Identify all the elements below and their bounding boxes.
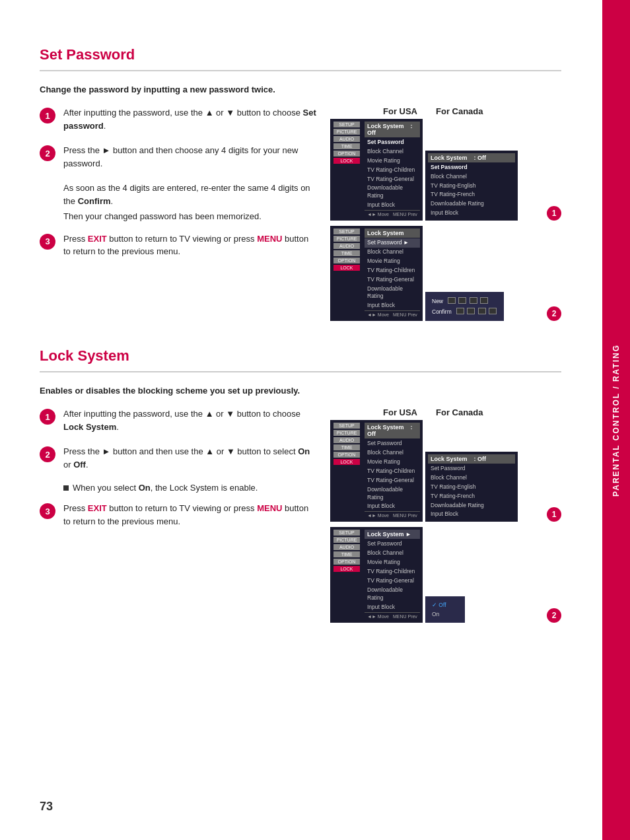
off-option: ✓ Off [429,600,461,610]
step2-circle: 2 [40,145,55,161]
pwd-box2 [458,297,466,304]
ls-input-block2: Input Block [365,603,420,612]
set-password-section: Set Password Change the password by inpu… [40,46,561,321]
set-password-step2: 2 Press the ► button and then choose any… [40,144,317,170]
ls-footer-text1: ◄► Move [367,513,389,518]
on-option: On [429,610,461,619]
ls-input-block1: Input Block [365,502,420,511]
confirm-box4 [489,308,497,314]
ls-usa-footer1: ◄► Move MENU Prev [365,511,420,519]
setup-icon2: SETUP [333,228,360,234]
on-off-panel: ✓ Off On [425,596,465,623]
set-password-body: 1 After inputting the password, use the … [40,106,561,321]
ls-badge2: 2 [547,608,561,623]
ls-footer-prev1: MENU Prev [393,513,417,518]
ls-setup-icon: SETUP [333,423,360,429]
tv-rating-general2: TV Rating-General [365,275,420,285]
ls-usa-menu1: Lock System : Off Set Password Block Cha… [365,423,420,511]
lock-system-body: 1 After inputting the password, use the … [40,407,561,622]
sp-badge1: 1 [547,206,561,221]
sp-badge2: 2 [547,306,561,321]
tv-rating-general1: TV Rating-General [365,175,420,184]
ls-for-usa-label1: For USA [383,407,417,417]
lock-system-step1: 1 After inputting the password, use the … [40,407,317,433]
lock-system-screenshots: For USA For Canada SETUP PICTURE AUDIO T… [330,407,561,622]
ca-downloadable-rating1: Downloadable Rating [428,199,515,209]
picture-icon2: PICTURE [333,236,360,242]
ls-picture-icon2: PICTURE [333,537,360,543]
ls-ca-tv-french1: TV Rating-French [428,492,515,501]
ca-input-block1: Input Block [428,209,515,218]
menu-label: MENU [257,234,282,244]
ls-ca-input-block1: Input Block [428,510,515,519]
set-password-divider [40,70,561,71]
ls-usa-screen1: SETUP PICTURE AUDIO TIME OPTION LOCK Loc… [330,420,423,522]
new-boxes [447,297,489,305]
ls-option-icon: OPTION [333,452,360,458]
ls-set-password1: Set Password [365,439,420,448]
ls-time-icon2: TIME [333,551,360,557]
password-panel: New Confirm [425,292,504,321]
ls-audio-icon2: AUDIO [333,544,360,550]
ls-tv-general2: TV Rating-General [365,577,420,586]
set-password-step1: 1 After inputting the password, use the … [40,106,317,132]
step1-text: After inputting the password, use the ▲ … [63,106,317,132]
ls-bullet: When you select On, the Lock System is e… [63,483,317,493]
ls-step2-circle: 2 [40,446,55,462]
lock-system-header1: Lock System : Off [365,122,420,137]
new-label: New [432,298,443,304]
ls-step3-text: Press EXIT button to return to TV viewin… [63,502,317,528]
confirm-box3 [478,308,486,314]
sp-usa-sidebar1: SETUP PICTURE AUDIO TIME OPTION LOCK [332,122,362,164]
sp-usa-footer1: ◄► Move MENU Prev [365,210,420,218]
lock-system-step3: 3 Press EXIT button to return to TV view… [40,502,317,528]
ls-set-password2: Set Password [365,540,420,549]
input-block1: Input Block [365,201,420,210]
lock-system-header2: Lock System [365,228,420,238]
tv-rating-children2: TV Rating-Children [365,266,420,275]
ls-tv-children1: TV Rating-Children [365,467,420,476]
set-password-screenshots: For USA For Canada SETUP PICTURE AUDIO T… [330,106,561,321]
for-usa-label1: For USA [383,106,417,116]
footer-text2: ◄► Move [367,312,389,317]
step1-circle: 1 [40,108,55,123]
lock-system-step2: 2 Press the ► button and then use the ▲ … [40,445,317,471]
ls-footer-text2: ◄► Move [367,614,389,619]
ls-time-icon: TIME [333,444,360,450]
set-password-step3: 3 Press EXIT button to return to TV view… [40,232,317,258]
ls-ca-set-password1: Set Password [428,464,515,473]
time-icon: TIME [333,143,360,149]
lock-system-title: Lock System [40,347,561,365]
sp-usa-menu2: Lock System Set Password ► Block Channel… [365,228,420,310]
ls-ca-block-channel1: Block Channel [428,473,515,483]
ls-downloadable1: Downloadable Rating [365,485,420,503]
ls-audio-icon: AUDIO [333,437,360,443]
pwd-box1 [448,297,456,304]
pwd-box3 [470,297,477,304]
set-password-item2: Set Password ► [365,238,420,248]
ls-block-channel1: Block Channel [365,448,420,458]
footer-text1: ◄► Move [367,212,389,217]
ls-option-icon2: OPTION [333,559,360,565]
ls-ca-lock-header1: Lock System : Off [428,454,515,464]
page-number: 73 [40,800,53,814]
confirm-box1 [456,308,464,314]
footer-prev2: MENU Prev [393,312,417,317]
ls-lock-icon: LOCK [333,459,360,465]
ls-step1-text: After inputting the password, use the ▲ … [63,407,317,433]
time-icon2: TIME [333,250,360,256]
sp-usa-screen2: SETUP PICTURE AUDIO TIME OPTION LOCK Loc… [330,226,423,321]
audio-icon: AUDIO [333,136,360,142]
ls-off-bold: Off [73,460,86,470]
ca-tv-rating-english1: TV Rating-English [428,182,515,191]
option-icon2: OPTION [333,258,360,263]
lock-system-subtitle: Enables or disables the blocking scheme … [40,386,561,396]
ls-ca-tv-english1: TV Rating-English [428,483,515,492]
ls-lock-header2: Lock System ► [365,530,420,539]
step3-circle: 3 [40,234,55,250]
sp-usa-screen1: SETUP PICTURE AUDIO TIME OPTION LOCK Loc… [330,119,423,221]
step3-text: Press EXIT button to return to TV viewin… [63,232,317,258]
pwd-box4 [480,297,488,304]
for-canada-label1: For Canada [436,106,483,116]
confirm-box2 [467,308,475,314]
